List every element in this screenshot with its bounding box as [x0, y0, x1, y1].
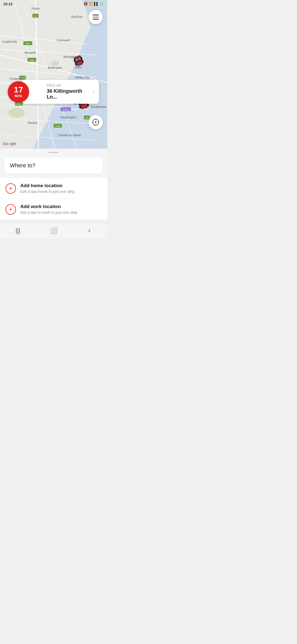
- add-work-title: Add work location: [20, 204, 77, 209]
- svg-text:Cresswell: Cresswell: [57, 39, 70, 42]
- pickup-minutes: 17: [14, 86, 23, 94]
- svg-point-98: [95, 121, 97, 123]
- svg-point-4: [51, 61, 59, 66]
- nav-home-icon: ⬜: [50, 227, 57, 234]
- status-icons: 🔇 📶 ▌▌ 🔋: [84, 2, 104, 6]
- svg-text:A194(M): A194(M): [62, 109, 70, 111]
- nav-recents-icon: |||: [15, 227, 20, 234]
- mute-icon: 🔇: [84, 2, 88, 6]
- svg-text:Bedlington: Bedlington: [48, 66, 62, 69]
- menu-icon: [93, 15, 99, 20]
- svg-text:Longhorsley: Longhorsley: [2, 40, 17, 43]
- bottom-sheet: Where to? + Add home location Get a taxi…: [0, 149, 107, 220]
- battery-icon: 🔋: [100, 2, 104, 6]
- svg-text:A697: A697: [25, 42, 31, 45]
- nav-back-button[interactable]: ‹: [81, 225, 98, 236]
- nav-recents-button[interactable]: |||: [10, 225, 26, 236]
- svg-text:A19: A19: [85, 117, 89, 119]
- svg-text:Red Row: Red Row: [71, 15, 83, 18]
- where-to-box[interactable]: Where to?: [4, 157, 103, 174]
- wifi-icon: 📶: [89, 2, 93, 6]
- svg-text:Stanley: Stanley: [28, 121, 38, 124]
- add-work-item[interactable]: + Add work location Get a taxi to work i…: [0, 199, 107, 220]
- svg-text:Morpeth: Morpeth: [25, 51, 36, 54]
- menu-button[interactable]: [89, 10, 103, 24]
- status-bar: 10:12 🔇 📶 ▌▌ 🔋: [0, 0, 107, 8]
- map-container[interactable]: A697 A189 A696 A69 A694 A194(M) A1(M) A1…: [0, 0, 107, 149]
- svg-text:A189: A189: [29, 59, 35, 61]
- signal-icon: ▌▌: [94, 2, 99, 6]
- add-home-title: Add home location: [20, 183, 75, 189]
- add-home-item[interactable]: + Add home location Get a taxi home in j…: [0, 178, 107, 199]
- nav-bar: ||| ⬜ ‹: [0, 224, 107, 238]
- pickup-label: PICK-UP: [47, 84, 90, 88]
- where-to-text: Where to?: [10, 162, 35, 168]
- sheet-handle: [49, 152, 59, 153]
- svg-text:A1: A1: [34, 15, 37, 17]
- svg-text:Washington: Washington: [61, 116, 76, 119]
- add-home-subtitle: Get a taxi home in just one step: [20, 189, 75, 194]
- add-work-subtitle: Get a taxi to work in just one step: [20, 210, 77, 215]
- svg-text:Whitley Bay: Whitley Bay: [75, 76, 90, 79]
- svg-text:A1(M): A1(M): [55, 125, 60, 127]
- svg-text:A694: A694: [16, 103, 22, 105]
- svg-text:Ponteland: Ponteland: [10, 77, 23, 80]
- google-logo: Google: [3, 141, 16, 146]
- pickup-min-label: MIN: [15, 94, 22, 98]
- pickup-chevron-icon: ›: [93, 89, 95, 95]
- nav-home-button[interactable]: ⬜: [45, 225, 62, 236]
- svg-point-3: [8, 108, 25, 118]
- pickup-card[interactable]: 17 MIN PICK-UP 36 Killingworth Ln... ›: [22, 80, 99, 104]
- pickup-address: 36 Killingworth Ln...: [47, 88, 90, 100]
- quick-items-list: + Add home location Get a taxi home in j…: [0, 178, 107, 220]
- locate-icon: [92, 119, 99, 126]
- pickup-time-badge: 17 MIN: [8, 81, 29, 103]
- svg-text:Chester-le-Street: Chester-le-Street: [58, 133, 81, 137]
- status-time: 10:12: [3, 2, 12, 6]
- pickup-info: PICK-UP 36 Killingworth Ln...: [47, 84, 90, 100]
- svg-text:Sunderland: Sunderland: [91, 105, 106, 108]
- locate-button[interactable]: [89, 115, 103, 129]
- add-home-plus-icon: +: [6, 183, 16, 194]
- add-work-plus-icon: +: [6, 204, 16, 215]
- nav-back-icon: ‹: [88, 227, 90, 234]
